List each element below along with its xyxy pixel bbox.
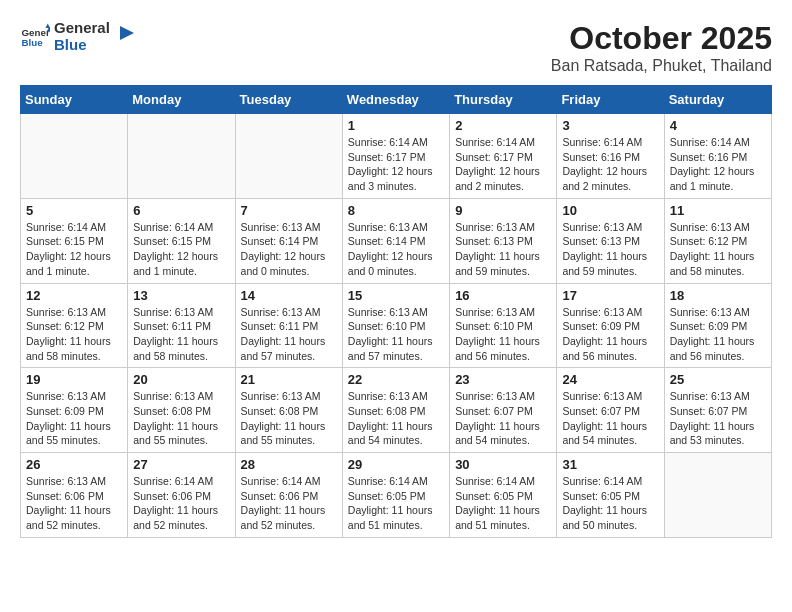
logo-arrow-icon <box>112 22 134 44</box>
day-info: Sunrise: 6:13 AMSunset: 6:06 PMDaylight:… <box>26 474 122 533</box>
calendar-day-cell: 16Sunrise: 6:13 AMSunset: 6:10 PMDayligh… <box>450 283 557 368</box>
day-info: Sunrise: 6:14 AMSunset: 6:17 PMDaylight:… <box>455 135 551 194</box>
day-info: Sunrise: 6:13 AMSunset: 6:11 PMDaylight:… <box>241 305 337 364</box>
day-number: 19 <box>26 372 122 387</box>
day-number: 30 <box>455 457 551 472</box>
day-number: 8 <box>348 203 444 218</box>
day-info: Sunrise: 6:14 AMSunset: 6:05 PMDaylight:… <box>562 474 658 533</box>
calendar-day-cell: 20Sunrise: 6:13 AMSunset: 6:08 PMDayligh… <box>128 368 235 453</box>
calendar-day-cell: 4Sunrise: 6:14 AMSunset: 6:16 PMDaylight… <box>664 114 771 199</box>
weekday-header-sunday: Sunday <box>21 86 128 114</box>
day-info: Sunrise: 6:14 AMSunset: 6:05 PMDaylight:… <box>348 474 444 533</box>
calendar-day-cell: 26Sunrise: 6:13 AMSunset: 6:06 PMDayligh… <box>21 453 128 538</box>
svg-text:General: General <box>22 26 51 37</box>
calendar-day-cell <box>235 114 342 199</box>
logo-general: General <box>54 20 110 37</box>
day-info: Sunrise: 6:13 AMSunset: 6:07 PMDaylight:… <box>455 389 551 448</box>
day-info: Sunrise: 6:13 AMSunset: 6:14 PMDaylight:… <box>348 220 444 279</box>
day-info: Sunrise: 6:13 AMSunset: 6:14 PMDaylight:… <box>241 220 337 279</box>
calendar-week-row: 19Sunrise: 6:13 AMSunset: 6:09 PMDayligh… <box>21 368 772 453</box>
logo-icon: General Blue <box>20 22 50 52</box>
day-number: 31 <box>562 457 658 472</box>
calendar-day-cell: 19Sunrise: 6:13 AMSunset: 6:09 PMDayligh… <box>21 368 128 453</box>
calendar-week-row: 1Sunrise: 6:14 AMSunset: 6:17 PMDaylight… <box>21 114 772 199</box>
day-number: 28 <box>241 457 337 472</box>
day-number: 3 <box>562 118 658 133</box>
day-number: 15 <box>348 288 444 303</box>
calendar-day-cell: 21Sunrise: 6:13 AMSunset: 6:08 PMDayligh… <box>235 368 342 453</box>
calendar-day-cell: 6Sunrise: 6:14 AMSunset: 6:15 PMDaylight… <box>128 198 235 283</box>
day-info: Sunrise: 6:13 AMSunset: 6:07 PMDaylight:… <box>670 389 766 448</box>
day-number: 13 <box>133 288 229 303</box>
weekday-header-wednesday: Wednesday <box>342 86 449 114</box>
calendar-day-cell: 15Sunrise: 6:13 AMSunset: 6:10 PMDayligh… <box>342 283 449 368</box>
calendar-day-cell: 9Sunrise: 6:13 AMSunset: 6:13 PMDaylight… <box>450 198 557 283</box>
day-number: 29 <box>348 457 444 472</box>
calendar-day-cell: 13Sunrise: 6:13 AMSunset: 6:11 PMDayligh… <box>128 283 235 368</box>
calendar-day-cell: 1Sunrise: 6:14 AMSunset: 6:17 PMDaylight… <box>342 114 449 199</box>
day-info: Sunrise: 6:13 AMSunset: 6:07 PMDaylight:… <box>562 389 658 448</box>
day-info: Sunrise: 6:14 AMSunset: 6:15 PMDaylight:… <box>133 220 229 279</box>
day-info: Sunrise: 6:13 AMSunset: 6:12 PMDaylight:… <box>670 220 766 279</box>
calendar-day-cell: 14Sunrise: 6:13 AMSunset: 6:11 PMDayligh… <box>235 283 342 368</box>
day-info: Sunrise: 6:14 AMSunset: 6:06 PMDaylight:… <box>241 474 337 533</box>
calendar-day-cell: 24Sunrise: 6:13 AMSunset: 6:07 PMDayligh… <box>557 368 664 453</box>
calendar-day-cell: 29Sunrise: 6:14 AMSunset: 6:05 PMDayligh… <box>342 453 449 538</box>
day-info: Sunrise: 6:14 AMSunset: 6:17 PMDaylight:… <box>348 135 444 194</box>
day-info: Sunrise: 6:14 AMSunset: 6:16 PMDaylight:… <box>670 135 766 194</box>
weekday-header-tuesday: Tuesday <box>235 86 342 114</box>
day-number: 16 <box>455 288 551 303</box>
calendar-day-cell: 25Sunrise: 6:13 AMSunset: 6:07 PMDayligh… <box>664 368 771 453</box>
day-info: Sunrise: 6:13 AMSunset: 6:10 PMDaylight:… <box>348 305 444 364</box>
calendar-day-cell: 18Sunrise: 6:13 AMSunset: 6:09 PMDayligh… <box>664 283 771 368</box>
day-number: 22 <box>348 372 444 387</box>
weekday-header-thursday: Thursday <box>450 86 557 114</box>
calendar-day-cell: 10Sunrise: 6:13 AMSunset: 6:13 PMDayligh… <box>557 198 664 283</box>
day-info: Sunrise: 6:14 AMSunset: 6:05 PMDaylight:… <box>455 474 551 533</box>
day-number: 10 <box>562 203 658 218</box>
calendar-day-cell <box>21 114 128 199</box>
day-number: 21 <box>241 372 337 387</box>
page-header: General Blue General Blue October 2025 B… <box>20 20 772 75</box>
title-area: October 2025 Ban Ratsada, Phuket, Thaila… <box>551 20 772 75</box>
day-number: 7 <box>241 203 337 218</box>
calendar-day-cell: 12Sunrise: 6:13 AMSunset: 6:12 PMDayligh… <box>21 283 128 368</box>
day-number: 11 <box>670 203 766 218</box>
calendar-day-cell <box>664 453 771 538</box>
calendar-week-row: 26Sunrise: 6:13 AMSunset: 6:06 PMDayligh… <box>21 453 772 538</box>
calendar-day-cell: 31Sunrise: 6:14 AMSunset: 6:05 PMDayligh… <box>557 453 664 538</box>
day-info: Sunrise: 6:13 AMSunset: 6:09 PMDaylight:… <box>562 305 658 364</box>
day-number: 1 <box>348 118 444 133</box>
calendar-day-cell: 3Sunrise: 6:14 AMSunset: 6:16 PMDaylight… <box>557 114 664 199</box>
day-number: 23 <box>455 372 551 387</box>
day-info: Sunrise: 6:13 AMSunset: 6:12 PMDaylight:… <box>26 305 122 364</box>
calendar-table: SundayMondayTuesdayWednesdayThursdayFrid… <box>20 85 772 538</box>
day-number: 14 <box>241 288 337 303</box>
svg-marker-4 <box>120 26 134 40</box>
calendar-week-row: 5Sunrise: 6:14 AMSunset: 6:15 PMDaylight… <box>21 198 772 283</box>
day-info: Sunrise: 6:14 AMSunset: 6:15 PMDaylight:… <box>26 220 122 279</box>
weekday-header-friday: Friday <box>557 86 664 114</box>
day-info: Sunrise: 6:14 AMSunset: 6:06 PMDaylight:… <box>133 474 229 533</box>
day-number: 26 <box>26 457 122 472</box>
calendar-day-cell: 22Sunrise: 6:13 AMSunset: 6:08 PMDayligh… <box>342 368 449 453</box>
calendar-day-cell: 8Sunrise: 6:13 AMSunset: 6:14 PMDaylight… <box>342 198 449 283</box>
weekday-header-saturday: Saturday <box>664 86 771 114</box>
calendar-day-cell: 5Sunrise: 6:14 AMSunset: 6:15 PMDaylight… <box>21 198 128 283</box>
day-info: Sunrise: 6:13 AMSunset: 6:08 PMDaylight:… <box>133 389 229 448</box>
day-number: 18 <box>670 288 766 303</box>
day-info: Sunrise: 6:13 AMSunset: 6:09 PMDaylight:… <box>670 305 766 364</box>
day-info: Sunrise: 6:13 AMSunset: 6:13 PMDaylight:… <box>562 220 658 279</box>
weekday-header-row: SundayMondayTuesdayWednesdayThursdayFrid… <box>21 86 772 114</box>
calendar-day-cell: 7Sunrise: 6:13 AMSunset: 6:14 PMDaylight… <box>235 198 342 283</box>
day-number: 5 <box>26 203 122 218</box>
day-number: 9 <box>455 203 551 218</box>
day-info: Sunrise: 6:13 AMSunset: 6:08 PMDaylight:… <box>348 389 444 448</box>
day-number: 24 <box>562 372 658 387</box>
day-number: 12 <box>26 288 122 303</box>
day-info: Sunrise: 6:13 AMSunset: 6:09 PMDaylight:… <box>26 389 122 448</box>
weekday-header-monday: Monday <box>128 86 235 114</box>
calendar-day-cell: 30Sunrise: 6:14 AMSunset: 6:05 PMDayligh… <box>450 453 557 538</box>
day-info: Sunrise: 6:13 AMSunset: 6:10 PMDaylight:… <box>455 305 551 364</box>
day-number: 17 <box>562 288 658 303</box>
